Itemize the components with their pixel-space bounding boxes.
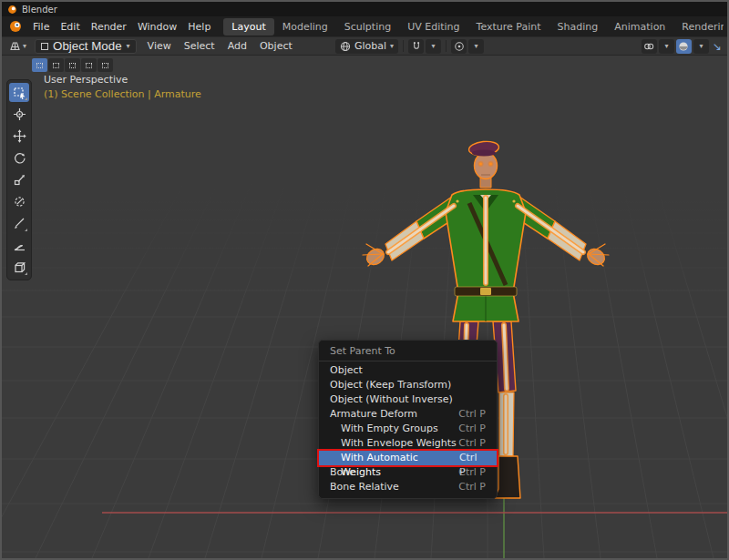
select-box-icon bbox=[13, 86, 26, 99]
blender-menu-icon[interactable] bbox=[9, 20, 22, 33]
workspace-tabs: Layout Modeling Sculpting UV Editing Tex… bbox=[223, 16, 724, 36]
divider bbox=[446, 40, 447, 52]
menu-view[interactable]: View bbox=[142, 38, 177, 54]
select-mode-intersect-button[interactable] bbox=[98, 58, 113, 72]
gizmo-dropdown[interactable]: ▾ bbox=[659, 39, 674, 54]
transform-icon bbox=[13, 195, 26, 209]
shading-dropdown[interactable]: ▾ bbox=[693, 39, 709, 54]
proportional-falloff-dropdown[interactable]: ▾ bbox=[468, 39, 484, 54]
set-parent-menu: Set Parent To Object Object (Keep Transf… bbox=[318, 340, 498, 499]
cursor-icon bbox=[13, 107, 26, 121]
distance-fog bbox=[2, 181, 727, 309]
select-mode-invert-button[interactable] bbox=[81, 58, 97, 72]
menu-item-with-envelope-weights[interactable]: With Envelope WeightsCtrl P bbox=[319, 436, 497, 451]
menu-item-object-keep-transform[interactable]: Object (Keep Transform) bbox=[319, 378, 497, 392]
divider bbox=[403, 40, 404, 52]
tool-add-cube[interactable] bbox=[9, 258, 29, 277]
proportional-circle-icon bbox=[454, 41, 465, 52]
tool-annotate[interactable] bbox=[9, 214, 29, 233]
transform-orientation-dropdown[interactable]: Global ▾ bbox=[335, 39, 398, 54]
menu-item-with-automatic-weights[interactable]: With Automatic WeightsCtrl P bbox=[319, 451, 497, 465]
object-mode-icon bbox=[41, 43, 48, 50]
viewport-3d[interactable]: User Perspective (1) Scene Collection | … bbox=[2, 56, 727, 558]
menu-help[interactable]: Help bbox=[182, 19, 216, 35]
titlebar: Blender bbox=[2, 2, 727, 16]
shading-sphere-icon bbox=[678, 41, 689, 52]
select-set-icon bbox=[36, 63, 43, 68]
navigate-gizmo-icon[interactable]: ↘ bbox=[711, 40, 724, 53]
gizmo-icon bbox=[643, 41, 654, 52]
move-icon bbox=[13, 129, 26, 143]
object-mode-label: Object Mode bbox=[53, 39, 122, 53]
magnet-icon bbox=[411, 41, 422, 52]
object-mode-dropdown[interactable]: Object Mode ▾ bbox=[35, 39, 137, 54]
menu-file[interactable]: File bbox=[27, 19, 55, 35]
chevron-down-icon: ▾ bbox=[390, 43, 394, 50]
tab-layout[interactable]: Layout bbox=[223, 18, 273, 36]
tab-rendering[interactable]: Rendering bbox=[673, 18, 724, 36]
menu-add[interactable]: Add bbox=[222, 38, 252, 54]
menu-window[interactable]: Window bbox=[132, 19, 182, 35]
select-extend-icon bbox=[53, 63, 59, 68]
breadcrumb: (1) Scene Collection | Armature bbox=[44, 87, 201, 102]
proportional-editing-toggle[interactable] bbox=[451, 39, 467, 54]
menu-item-armature-deform[interactable]: Armature DeformCtrl P bbox=[319, 407, 497, 422]
select-invert-icon bbox=[86, 63, 92, 68]
blender-logo-icon bbox=[7, 5, 17, 15]
chevron-down-icon: ▾ bbox=[127, 43, 130, 50]
tool-measure[interactable] bbox=[9, 236, 29, 255]
tab-animation[interactable]: Animation bbox=[606, 18, 673, 36]
chevron-down-icon: ▾ bbox=[23, 43, 26, 50]
globe-icon bbox=[340, 41, 351, 52]
blender-window: Blender File Edit Render Window Help Lay… bbox=[0, 0, 729, 560]
tab-shading[interactable]: Shading bbox=[549, 18, 607, 36]
tool-scale[interactable] bbox=[9, 170, 29, 189]
menu-edit[interactable]: Edit bbox=[55, 19, 85, 35]
select-mode-extend-button[interactable] bbox=[48, 58, 64, 72]
show-gizmo-toggle[interactable] bbox=[642, 39, 657, 54]
menu-select[interactable]: Select bbox=[179, 38, 221, 54]
select-mode-subtract-button[interactable] bbox=[65, 58, 80, 72]
select-mode-set-button[interactable] bbox=[32, 58, 47, 72]
view-perspective-label: User Perspective bbox=[44, 73, 201, 87]
annotate-pen-icon bbox=[13, 217, 26, 230]
menu-item-object-without-inverse[interactable]: Object (Without Inverse) bbox=[319, 392, 497, 407]
snap-dropdown[interactable]: ▾ bbox=[426, 39, 441, 54]
tab-texture-paint[interactable]: Texture Paint bbox=[468, 18, 549, 36]
tool-transform[interactable] bbox=[9, 192, 29, 211]
select-mode-buttons bbox=[32, 58, 113, 72]
menubar: File Edit Render Window Help Layout Mode… bbox=[2, 16, 727, 36]
tool-rotate[interactable] bbox=[9, 148, 29, 168]
orientation-label: Global bbox=[354, 40, 386, 52]
tab-sculpting[interactable]: Sculpting bbox=[336, 18, 399, 36]
menu-object[interactable]: Object bbox=[254, 38, 298, 54]
window-title: Blender bbox=[22, 5, 57, 15]
menu-render[interactable]: Render bbox=[86, 19, 132, 35]
tool-select-box[interactable] bbox=[9, 83, 29, 102]
menu-separator bbox=[319, 361, 497, 361]
select-intersect-icon bbox=[102, 63, 108, 68]
editor-type-button[interactable]: ▾ bbox=[6, 39, 29, 53]
menu-title: Set Parent To bbox=[319, 344, 497, 359]
tab-uv-editing[interactable]: UV Editing bbox=[399, 18, 467, 36]
menu-item-with-empty-groups[interactable]: With Empty GroupsCtrl P bbox=[319, 422, 497, 436]
shading-solid-toggle[interactable] bbox=[676, 39, 692, 54]
toolbar bbox=[6, 79, 32, 280]
menu-item-object[interactable]: Object bbox=[319, 363, 497, 378]
viewport-overlay-text: User Perspective (1) Scene Collection | … bbox=[44, 73, 201, 102]
viewport-header: ▾ Object Mode ▾ View Select Add Object G… bbox=[2, 36, 727, 56]
tool-cursor[interactable] bbox=[9, 105, 29, 124]
tab-modeling[interactable]: Modeling bbox=[274, 18, 336, 36]
menu-item-bone-relative[interactable]: Bone RelativeCtrl P bbox=[319, 480, 497, 494]
measure-icon bbox=[13, 239, 26, 252]
tool-move[interactable] bbox=[9, 127, 29, 146]
select-subtract-icon bbox=[69, 63, 76, 68]
snap-magnet-toggle[interactable] bbox=[408, 39, 424, 54]
rotate-icon bbox=[13, 151, 26, 165]
menu-item-bone[interactable]: BoneCtrl P bbox=[319, 465, 497, 480]
add-cube-icon bbox=[13, 260, 26, 274]
scale-icon bbox=[13, 173, 26, 187]
